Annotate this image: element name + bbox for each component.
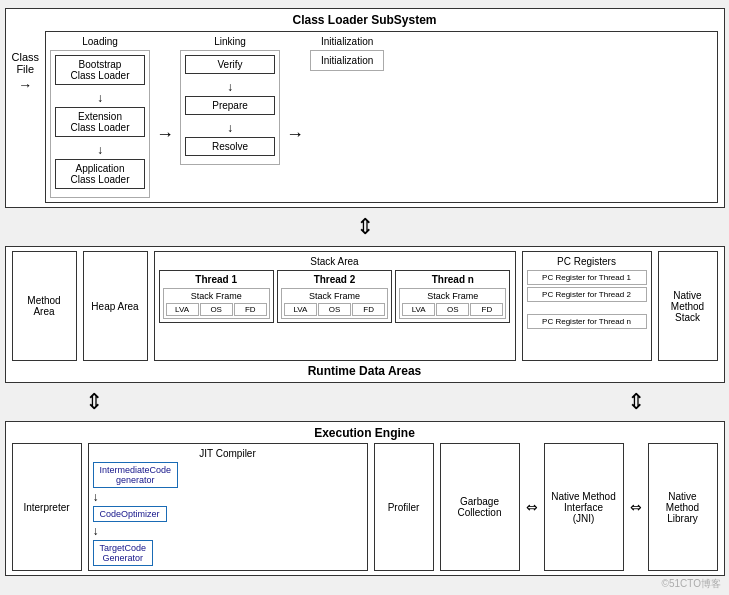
- runtime-inner: MethodArea Heap Area Stack Area Thread 1…: [12, 251, 718, 361]
- jit-arrow1: ↓: [93, 491, 99, 503]
- cl-to-runtime-arrow: ⇕: [5, 214, 725, 240]
- application-loader-box: ApplicationClass Loader: [55, 159, 145, 189]
- linking-boxes: Verify ↓ Prepare ↓ Resolve: [180, 50, 280, 165]
- stack-area-label: Stack Area: [159, 256, 511, 267]
- jit-optimizer-box: CodeOptimizer: [93, 506, 167, 522]
- thread1-title: Thread 1: [163, 274, 270, 285]
- t2-fd: FD: [352, 303, 385, 316]
- thread1-box: Thread 1 Stack Frame LVA OS FD: [159, 270, 274, 323]
- thread1-frame: Stack Frame LVA OS FD: [163, 288, 270, 319]
- thread2-title: Thread 2: [281, 274, 388, 285]
- file-text: File: [16, 63, 34, 75]
- t2-os: OS: [318, 303, 351, 316]
- garbage-collection-box: GarbageCollection: [440, 443, 520, 571]
- threadn-frame: Stack Frame LVA OS FD: [399, 288, 506, 319]
- runtime-to-exec-arrow-left: ⇕: [85, 389, 103, 415]
- runtime-to-exec-arrow-right: ⇕: [627, 389, 645, 415]
- loading-label: Loading: [82, 36, 118, 47]
- init-label: Initialization: [321, 36, 373, 47]
- thread2-frame-label: Stack Frame: [284, 291, 385, 301]
- tn-lva: LVA: [402, 303, 435, 316]
- thread2-cells: LVA OS FD: [284, 303, 385, 316]
- linking-label: Linking: [214, 36, 246, 47]
- exec-inner: Interpreter JIT Compiler IntermediateCod…: [12, 443, 718, 571]
- loading-boxes: BootstrapClass Loader ↓ ExtensionClass L…: [50, 50, 150, 198]
- loading-section: Loading BootstrapClass Loader ↓ Extensio…: [50, 36, 150, 198]
- tn-fd: FD: [470, 303, 503, 316]
- class-loader-title: Class Loader SubSystem: [12, 13, 718, 27]
- watermark: ©51CTO博客: [662, 577, 721, 591]
- stack-area-container: Stack Area Thread 1 Stack Frame LVA OS F…: [154, 251, 516, 361]
- t1-lva: LVA: [166, 303, 199, 316]
- class-file-label: Class File →: [12, 51, 42, 93]
- exec-title: Execution Engine: [12, 426, 718, 440]
- pc-reg-threadn: PC Register for Thread n: [527, 314, 647, 329]
- linking-section: Linking Verify ↓ Prepare ↓ Resolve: [180, 36, 280, 198]
- verify-box: Verify: [185, 55, 275, 74]
- jit-arrow2: ↓: [93, 525, 99, 537]
- class-file-arrow: →: [18, 77, 32, 93]
- t1-fd: FD: [234, 303, 267, 316]
- linking-to-init-arrow: →: [286, 71, 304, 198]
- stack-threads: Thread 1 Stack Frame LVA OS FD Thread: [159, 270, 511, 323]
- bootstrap-loader-box: BootstrapClass Loader: [55, 55, 145, 85]
- loading-arrow2: ↓: [97, 144, 103, 156]
- jit-compiler-box: JIT Compiler IntermediateCodegenerator ↓…: [88, 443, 368, 571]
- class-text: Class: [12, 51, 40, 63]
- t1-os: OS: [200, 303, 233, 316]
- gc-to-jni-arrows: ⇔: [526, 443, 538, 571]
- interpreter-box: Interpreter: [12, 443, 82, 571]
- jit-intermediate-box: IntermediateCodegenerator: [93, 462, 179, 488]
- resolve-box: Resolve: [185, 137, 275, 156]
- class-loader-system: Class Loader SubSystem Class File → Load…: [5, 8, 725, 208]
- linking-arrow2: ↓: [227, 122, 233, 134]
- jni-to-library-arrows: ⇔: [630, 443, 642, 571]
- threadn-frame-label: Stack Frame: [402, 291, 503, 301]
- loading-arrow1: ↓: [97, 92, 103, 104]
- thread2-frame: Stack Frame LVA OS FD: [281, 288, 388, 319]
- pc-reg-thread1: PC Register for Thread 1: [527, 270, 647, 285]
- native-interface-box: Native MethodInterface(JNI): [544, 443, 624, 571]
- threadn-box: Thread n Stack Frame LVA OS FD: [395, 270, 510, 323]
- jit-label: JIT Compiler: [93, 448, 363, 459]
- thread1-frame-label: Stack Frame: [166, 291, 267, 301]
- tn-os: OS: [436, 303, 469, 316]
- native-method-stack-box: NativeMethodStack: [658, 251, 718, 361]
- thread1-cells: LVA OS FD: [166, 303, 267, 316]
- pc-reg-thread2: PC Register for Thread 2: [527, 287, 647, 302]
- jit-boxes: IntermediateCodegenerator ↓ CodeOptimize…: [93, 462, 363, 566]
- extension-loader-box: ExtensionClass Loader: [55, 107, 145, 137]
- threadn-title: Thread n: [399, 274, 506, 285]
- cl-inner-box: Loading BootstrapClass Loader ↓ Extensio…: [45, 31, 717, 203]
- init-section: Initialization Initialization: [310, 36, 384, 198]
- linking-arrow1: ↓: [227, 81, 233, 93]
- init-box: Initialization: [310, 50, 384, 71]
- runtime-data-areas: MethodArea Heap Area Stack Area Thread 1…: [5, 246, 725, 383]
- execution-engine: Execution Engine Interpreter JIT Compile…: [5, 421, 725, 576]
- pc-registers-label: PC Registers: [527, 256, 647, 267]
- thread2-box: Thread 2 Stack Frame LVA OS FD: [277, 270, 392, 323]
- jit-target-box: TargetCodeGenerator: [93, 540, 154, 566]
- native-library-box: Native MethodLibrary: [648, 443, 718, 571]
- loading-to-linking-arrow: →: [156, 71, 174, 198]
- prepare-box: Prepare: [185, 96, 275, 115]
- heap-area-box: Heap Area: [83, 251, 148, 361]
- threadn-cells: LVA OS FD: [402, 303, 503, 316]
- profiler-box: Profiler: [374, 443, 434, 571]
- t2-lva: LVA: [284, 303, 317, 316]
- pc-registers-container: PC Registers PC Register for Thread 1 PC…: [522, 251, 652, 361]
- method-area-box: MethodArea: [12, 251, 77, 361]
- runtime-title: Runtime Data Areas: [12, 364, 718, 378]
